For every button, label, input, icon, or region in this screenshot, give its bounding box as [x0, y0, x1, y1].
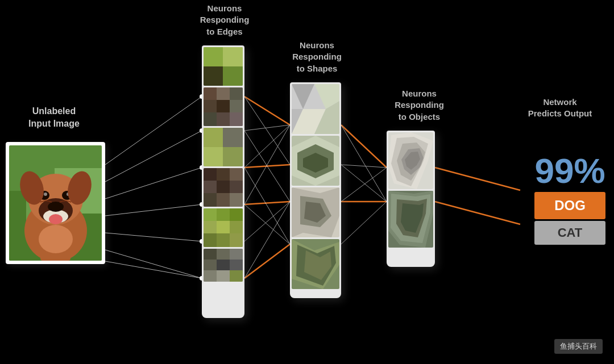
svg-line-24 [341, 165, 387, 202]
svg-rect-65 [230, 100, 243, 112]
svg-rect-89 [217, 221, 230, 233]
svg-rect-55 [204, 47, 223, 66]
svg-line-27 [435, 168, 520, 190]
svg-line-15 [244, 168, 290, 244]
layer1-cell1 [204, 47, 243, 86]
svg-rect-97 [230, 249, 243, 260]
svg-rect-85 [204, 208, 217, 221]
layer2-cell2 [292, 136, 339, 186]
svg-line-16 [244, 125, 290, 204]
dog-image [9, 145, 102, 261]
svg-rect-81 [204, 193, 217, 207]
svg-rect-73 [223, 147, 243, 166]
input-label: Unlabeled Input Image [17, 105, 91, 131]
svg-rect-86 [217, 208, 230, 221]
svg-line-0 [105, 97, 202, 165]
layer2-cell3 [292, 187, 339, 237]
confidence-display: 99% [534, 153, 605, 189]
layer2-cell1 [292, 84, 339, 134]
layer3-cell2 [388, 191, 433, 248]
dog-illustration [9, 145, 102, 261]
output-label: Network Predicts Output [515, 97, 605, 120]
layer1-cell6 [204, 249, 243, 282]
svg-rect-91 [204, 233, 217, 247]
svg-rect-60 [204, 87, 217, 100]
svg-line-11 [244, 97, 290, 165]
svg-line-19 [244, 202, 290, 278]
scene: Unlabeled Input Image [0, 0, 614, 364]
layer1-cell3 [204, 128, 243, 166]
svg-rect-70 [204, 128, 223, 147]
svg-rect-79 [217, 181, 230, 193]
svg-rect-66 [204, 112, 217, 126]
svg-rect-57 [204, 66, 223, 86]
svg-rect-63 [204, 100, 217, 112]
svg-line-22 [341, 125, 387, 202]
svg-rect-56 [223, 47, 243, 66]
svg-line-14 [244, 125, 290, 168]
layer2-label: Neurons Responding to Shapes [273, 40, 361, 74]
svg-line-28 [435, 202, 520, 224]
svg-rect-93 [230, 233, 243, 247]
svg-line-1 [105, 131, 202, 182]
svg-line-9 [244, 202, 290, 204]
svg-rect-95 [204, 249, 217, 260]
svg-line-3 [105, 204, 202, 216]
svg-line-7 [244, 97, 290, 125]
svg-rect-96 [217, 249, 230, 260]
layer1-cell2 [204, 87, 243, 126]
svg-rect-92 [217, 233, 230, 247]
svg-rect-88 [204, 221, 217, 233]
svg-rect-100 [230, 260, 243, 270]
svg-point-51 [39, 225, 73, 253]
svg-rect-72 [204, 147, 223, 166]
svg-rect-76 [217, 168, 230, 181]
svg-line-4 [105, 233, 202, 241]
svg-rect-52 [40, 253, 51, 261]
svg-rect-103 [230, 270, 243, 282]
svg-rect-99 [217, 260, 230, 270]
svg-line-20 [341, 125, 387, 168]
svg-rect-64 [217, 100, 230, 112]
layer1-cell4 [204, 168, 243, 207]
svg-line-2 [105, 168, 202, 199]
svg-line-18 [244, 202, 290, 241]
svg-rect-53 [60, 253, 70, 261]
svg-point-43 [48, 202, 64, 212]
svg-rect-82 [217, 193, 230, 207]
svg-rect-75 [204, 168, 217, 181]
layer3-label: Neurons Responding to Objects [375, 88, 463, 123]
svg-rect-61 [217, 87, 230, 100]
svg-line-26 [341, 202, 387, 244]
input-image-container [6, 142, 105, 264]
cat-prediction-badge: CAT [534, 221, 605, 245]
svg-rect-68 [230, 112, 243, 126]
watermark: 鱼捕头百科 [554, 339, 603, 354]
svg-line-12 [244, 125, 290, 131]
svg-rect-83 [230, 193, 243, 207]
svg-line-25 [341, 168, 387, 202]
svg-rect-87 [230, 208, 243, 221]
svg-rect-78 [204, 181, 217, 193]
layer2-panel [290, 82, 341, 298]
svg-line-8 [244, 165, 290, 168]
layer1-cell5 [204, 208, 243, 247]
svg-rect-101 [204, 270, 217, 282]
layer1-label: Neurons Responding to Edges [182, 3, 267, 37]
svg-rect-102 [217, 270, 230, 282]
svg-line-10 [244, 244, 290, 278]
svg-rect-62 [230, 87, 243, 100]
svg-line-17 [244, 204, 290, 244]
layer3-cell1 [388, 132, 433, 189]
svg-rect-77 [230, 168, 243, 181]
svg-line-5 [105, 250, 202, 278]
dog-prediction-badge: DOG [534, 192, 605, 219]
svg-line-6 [105, 261, 202, 278]
layer1-panel [202, 45, 244, 318]
svg-rect-98 [204, 260, 217, 270]
svg-rect-71 [223, 128, 243, 147]
svg-line-13 [244, 131, 290, 202]
svg-line-23 [341, 165, 387, 168]
svg-point-50 [49, 214, 63, 224]
svg-rect-58 [223, 66, 243, 86]
